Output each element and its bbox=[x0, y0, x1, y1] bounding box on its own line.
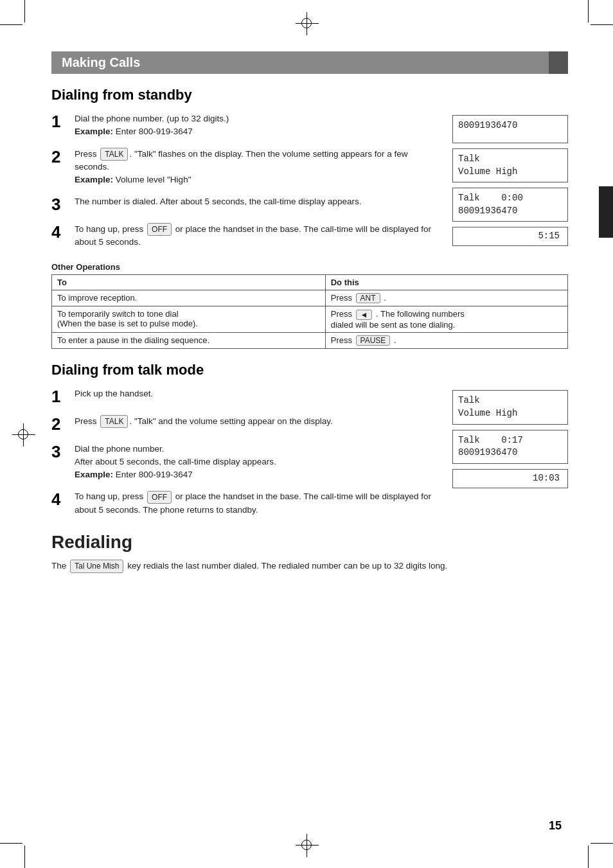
dialing-standby-title: Dialing from standby bbox=[51, 87, 568, 103]
dialing-talk-title: Dialing from talk mode bbox=[51, 362, 568, 378]
section-title: Making Calls bbox=[62, 55, 140, 70]
redialing-title: Redialing bbox=[51, 532, 568, 553]
step-talk-content-4: To hang up, press OFF or place the hands… bbox=[75, 490, 440, 517]
registration-mark-bottom bbox=[301, 840, 312, 850]
step-talk-num-4: 4 bbox=[51, 490, 71, 509]
registration-mark-top bbox=[301, 18, 312, 28]
ops-row-3-to: To enter a pause in the dialing sequence… bbox=[52, 332, 326, 349]
step-talk-num-1: 1 bbox=[51, 387, 71, 406]
tone-key: ◄ bbox=[356, 310, 373, 320]
ops-row-1: To improve reception. Press ANT . bbox=[52, 290, 568, 306]
ops-row-3: To enter a pause in the dialing sequence… bbox=[52, 332, 568, 349]
talk-key-talk2: TALK bbox=[100, 415, 128, 428]
page-number: 15 bbox=[549, 819, 562, 833]
lcd-standby-4: 5:15 bbox=[452, 227, 568, 246]
lcd-talk-1: Talk Volume High bbox=[452, 390, 568, 424]
step-talk-1: 1 Pick up the handset. bbox=[51, 387, 440, 406]
lcd-standby-2: Talk Volume High bbox=[452, 148, 568, 182]
antenna-key: ANT bbox=[356, 293, 380, 303]
ops-row-2-to: To temporarily switch to tone dial(When … bbox=[52, 306, 326, 333]
step-num-4: 4 bbox=[51, 223, 71, 242]
step-content-1: Dial the phone number. (up to 32 digits.… bbox=[75, 112, 440, 139]
off-key-standby4: OFF bbox=[147, 223, 172, 236]
step-standby-4: 4 To hang up, press OFF or place the han… bbox=[51, 223, 440, 249]
other-ops-table: To Do this To improve reception. Press A… bbox=[51, 274, 568, 350]
ops-row-3-do: Press PAUSE . bbox=[325, 332, 567, 349]
step-standby-2: 2 Press TALK. "Talk" flashes on the disp… bbox=[51, 148, 440, 187]
step-num-3: 3 bbox=[51, 195, 71, 214]
dialing-talk-section: Dialing from talk mode 1 Pick up the han… bbox=[51, 362, 568, 526]
step-standby-1: 1 Dial the phone number. (up to 32 digit… bbox=[51, 112, 440, 139]
step-num-2: 2 bbox=[51, 148, 71, 166]
step-talk-num-2: 2 bbox=[51, 415, 71, 434]
talk-displays: Talk Volume High Talk 0:17 80091936470 1… bbox=[452, 387, 568, 526]
lcd-standby-1: 80091936470 bbox=[452, 115, 568, 143]
step-content-2: Press TALK. "Talk" flashes on the displa… bbox=[75, 148, 440, 187]
ops-row-1-to: To improve reception. bbox=[52, 290, 326, 306]
off-key-talk4: OFF bbox=[147, 491, 172, 504]
registration-mark-left bbox=[18, 429, 28, 439]
talk-key-standby2: TALK bbox=[100, 148, 128, 161]
lcd-standby-3: Talk 0:00 80091936470 bbox=[452, 188, 568, 222]
section-header: Making Calls bbox=[51, 51, 568, 74]
redialing-text: The Tal Une Mish key redials the last nu… bbox=[51, 559, 568, 573]
ops-row-2-do: Press ◄ . The following numbersdialed wi… bbox=[325, 306, 567, 333]
step-num-1: 1 bbox=[51, 112, 71, 131]
ops-row-2: To temporarily switch to tone dial(When … bbox=[52, 306, 568, 333]
dialing-standby-section: Dialing from standby 1 Dial the phone nu… bbox=[51, 87, 568, 349]
ops-col-to: To bbox=[52, 274, 326, 290]
ops-col-do: Do this bbox=[325, 274, 567, 290]
step-standby-3: 3 The number is dialed. After about 5 se… bbox=[51, 195, 440, 214]
step-talk-4: 4 To hang up, press OFF or place the han… bbox=[51, 490, 440, 517]
step-talk-content-3: Dial the phone number. After about 5 sec… bbox=[75, 443, 440, 482]
side-tab bbox=[599, 186, 613, 238]
redial-key: Tal Une Mish bbox=[70, 560, 123, 573]
step-talk-3: 3 Dial the phone number. After about 5 s… bbox=[51, 443, 440, 482]
pause-key: PAUSE bbox=[356, 335, 391, 346]
step-content-4: To hang up, press OFF or place the hands… bbox=[75, 223, 440, 249]
standby-displays: 80091936470 Talk Volume High Talk 0:00 8… bbox=[452, 112, 568, 258]
step-talk-num-3: 3 bbox=[51, 443, 71, 461]
redialing-section: Redialing The Tal Une Mish key redials t… bbox=[51, 532, 568, 573]
step-talk-content-2: Press TALK. "Talk" and the volume settin… bbox=[75, 415, 440, 428]
lcd-talk-2: Talk 0:17 80091936470 bbox=[452, 430, 568, 464]
lcd-talk-3: 10:03 bbox=[452, 469, 568, 488]
step-talk-2: 2 Press TALK. "Talk" and the volume sett… bbox=[51, 415, 440, 434]
other-ops-title: Other Operations bbox=[51, 262, 568, 272]
step-talk-content-1: Pick up the handset. bbox=[75, 387, 440, 400]
ops-row-1-do: Press ANT . bbox=[325, 290, 567, 306]
step-content-3: The number is dialed. After about 5 seco… bbox=[75, 195, 440, 208]
